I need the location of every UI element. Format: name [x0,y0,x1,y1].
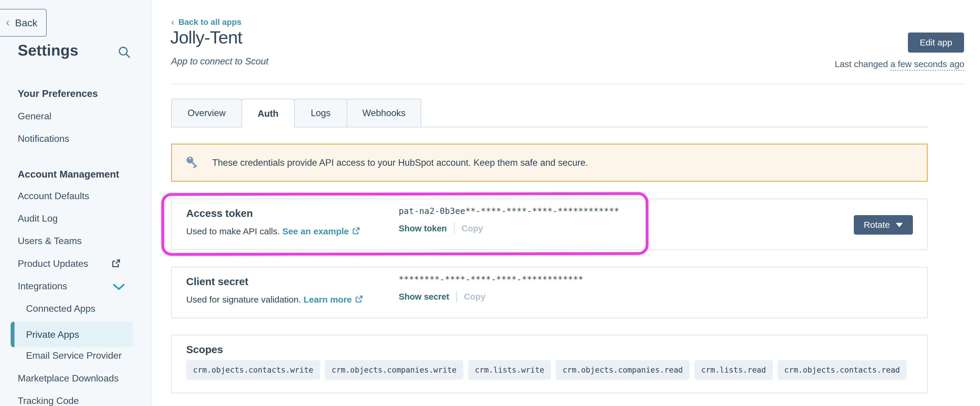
scope-pill: crm.objects.companies.write [325,360,463,380]
access-token-card: Access token Used to make API calls. See… [171,199,928,250]
sidebar-item-email-service-provider[interactable]: Email Service Provider [26,350,122,361]
sidebar-item-connected-apps[interactable]: Connected Apps [26,303,95,314]
tab-logs[interactable]: Logs [294,99,347,127]
sidebar-item-users-teams[interactable]: Users & Teams [18,236,81,247]
copy-token-link[interactable]: Copy [461,224,483,233]
chevron-left-icon: ‹ [171,16,174,27]
chevron-left-icon: ‹ [6,16,10,28]
scopes-list: crm.objects.contacts.write crm.objects.c… [186,360,907,380]
access-token-title: Access token [186,207,253,219]
sidebar-item-tracking-code[interactable]: Tracking Code [18,395,79,406]
show-secret-link[interactable]: Show secret [399,292,449,302]
external-link-icon [352,226,361,237]
vertical-divider [454,223,455,234]
client-secret-card: Client secret Used for signature validat… [171,267,928,318]
app-description: App to connect to Scout [171,56,268,67]
tab-webhooks[interactable]: Webhooks [347,99,421,127]
rotate-token-button[interactable]: Rotate [854,215,913,235]
settings-sidebar: ‹ Back Settings Your Preferences General… [0,0,151,406]
scope-pill: crm.lists.read [694,360,773,380]
client-secret-value: ********-****-****-****-************ [399,274,583,284]
last-changed-text: Last changed a few seconds ago [835,59,964,69]
client-secret-value-column: ********-****-****-****-************ Sho… [399,274,583,303]
access-token-value: pat-na2-0b3ee**-****-****-****-*********… [399,206,619,216]
sidebar-item-account-defaults[interactable]: Account Defaults [18,191,89,202]
client-secret-title: Client secret [186,276,248,288]
back-button[interactable]: ‹ Back [0,9,47,37]
rotate-button-label: Rotate [864,220,890,230]
scopes-title: Scopes [186,344,223,355]
scope-pill: crm.objects.companies.read [555,360,689,380]
client-secret-actions: Show secret Copy [399,291,583,303]
app-title: Jolly-Tent [170,27,242,48]
learn-more-link[interactable]: Learn more [304,295,352,304]
access-token-actions: Show token Copy [399,223,619,234]
chevron-down-icon[interactable] [112,282,125,293]
last-changed-prefix: Last changed [835,59,890,69]
vertical-divider [456,291,457,303]
tab-auth[interactable]: Auth [242,99,295,128]
credentials-warning-banner: These credentials provide API access to … [171,143,928,182]
sidebar-item-general[interactable]: General [18,111,51,122]
last-changed-time: a few seconds ago [891,59,964,71]
header-divider [171,84,964,84]
settings-title: Settings [18,41,78,59]
active-indicator-bar [11,322,14,347]
external-link-icon [355,295,364,306]
sidebar-section-account-management: Account Management [18,169,119,180]
back-to-all-apps-label: Back to all apps [178,18,242,27]
sidebar-item-integrations[interactable]: Integrations [18,281,67,291]
edit-app-button[interactable]: Edit app [908,32,964,53]
sidebar-item-label: Private Apps [26,329,79,340]
external-link-icon[interactable] [111,258,121,269]
scope-pill: crm.lists.write [468,360,551,380]
client-secret-description: Used for signature validation. Learn mor… [186,295,364,306]
show-token-link[interactable]: Show token [399,224,447,233]
sidebar-item-audit-log[interactable]: Audit Log [18,213,57,224]
access-token-description: Used to make API calls. See an example [186,226,361,237]
sidebar-section-your-preferences: Your Preferences [18,88,98,99]
banner-text: These credentials provide API access to … [212,158,588,168]
see-an-example-link[interactable]: See an example [282,226,349,236]
copy-secret-link[interactable]: Copy [464,292,485,302]
app-tabs: Overview Auth Logs Webhooks [171,99,928,128]
back-to-all-apps-link[interactable]: ‹ Back to all apps [171,16,242,27]
sidebar-item-marketplace-downloads[interactable]: Marketplace Downloads [18,373,119,384]
back-button-label: Back [15,17,38,29]
search-icon[interactable] [117,45,131,60]
scope-pill: crm.objects.contacts.read [778,360,907,380]
scope-pill: crm.objects.contacts.write [186,360,320,380]
key-icon [184,154,200,172]
scopes-card: Scopes crm.objects.contacts.write crm.ob… [171,335,928,393]
sidebar-item-product-updates[interactable]: Product Updates [18,258,88,269]
caret-down-icon [896,223,903,227]
sidebar-item-notifications[interactable]: Notifications [18,133,69,144]
sidebar-item-private-apps[interactable]: Private Apps [11,322,133,347]
access-token-description-text: Used to make API calls. [186,226,282,236]
access-token-value-column: pat-na2-0b3ee**-****-****-****-*********… [399,206,619,234]
client-secret-description-text: Used for signature validation. [186,295,304,304]
tab-overview[interactable]: Overview [171,99,242,127]
